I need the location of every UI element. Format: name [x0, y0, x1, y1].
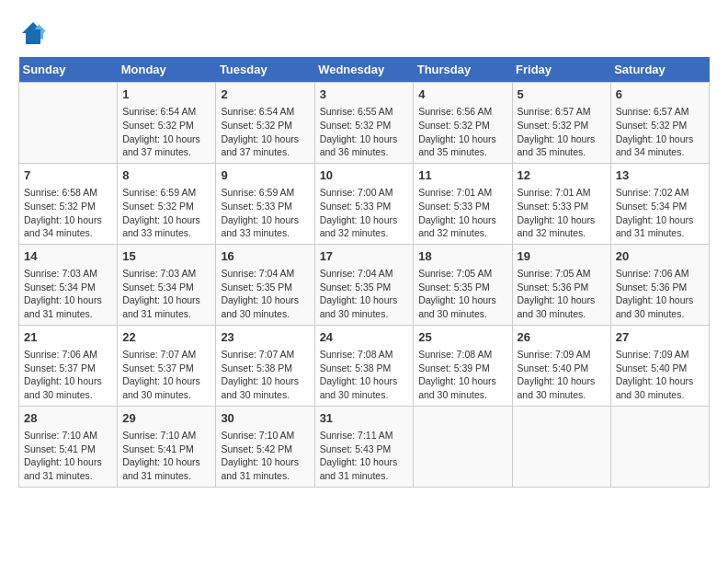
day-info: Sunrise: 7:10 AMSunset: 5:41 PMDaylight:…	[122, 429, 210, 483]
calendar-cell: 18Sunrise: 7:05 AMSunset: 5:35 PMDayligh…	[414, 244, 512, 325]
calendar-cell: 17Sunrise: 7:04 AMSunset: 5:35 PMDayligh…	[314, 244, 414, 325]
calendar-cell: 9Sunrise: 6:59 AMSunset: 5:33 PMDaylight…	[216, 163, 314, 244]
calendar-cell: 1Sunrise: 6:54 AMSunset: 5:32 PMDaylight…	[118, 83, 216, 164]
calendar-cell: 25Sunrise: 7:08 AMSunset: 5:39 PMDayligh…	[414, 325, 512, 406]
day-info: Sunrise: 7:07 AMSunset: 5:37 PMDaylight:…	[122, 348, 210, 402]
day-number: 23	[221, 329, 309, 346]
day-info: Sunrise: 7:04 AMSunset: 5:35 PMDaylight:…	[221, 267, 309, 321]
day-number: 15	[122, 248, 210, 265]
day-info: Sunrise: 7:06 AMSunset: 5:37 PMDaylight:…	[24, 348, 112, 402]
day-info: Sunrise: 6:59 AMSunset: 5:33 PMDaylight:…	[221, 186, 309, 240]
calendar-cell: 27Sunrise: 7:09 AMSunset: 5:40 PMDayligh…	[610, 325, 709, 406]
calendar-cell: 8Sunrise: 6:59 AMSunset: 5:32 PMDaylight…	[118, 163, 216, 244]
header-day-tuesday: Tuesday	[216, 57, 314, 83]
day-number: 17	[320, 248, 409, 265]
day-number: 3	[320, 86, 409, 103]
week-row-3: 14Sunrise: 7:03 AMSunset: 5:34 PMDayligh…	[19, 244, 710, 325]
day-number: 9	[221, 167, 309, 184]
calendar-cell: 11Sunrise: 7:01 AMSunset: 5:33 PMDayligh…	[414, 163, 512, 244]
calendar-cell: 10Sunrise: 7:00 AMSunset: 5:33 PMDayligh…	[314, 163, 414, 244]
calendar-cell: 31Sunrise: 7:11 AMSunset: 5:43 PMDayligh…	[314, 406, 414, 487]
day-info: Sunrise: 6:59 AMSunset: 5:32 PMDaylight:…	[122, 186, 210, 240]
header-day-wednesday: Wednesday	[314, 57, 414, 83]
day-info: Sunrise: 7:04 AMSunset: 5:35 PMDaylight:…	[320, 267, 409, 321]
calendar-cell: 14Sunrise: 7:03 AMSunset: 5:34 PMDayligh…	[19, 244, 118, 325]
day-number: 14	[24, 248, 112, 265]
day-info: Sunrise: 7:10 AMSunset: 5:41 PMDaylight:…	[24, 429, 112, 483]
calendar-cell: 12Sunrise: 7:01 AMSunset: 5:33 PMDayligh…	[512, 163, 610, 244]
day-number: 22	[122, 329, 210, 346]
calendar-cell	[610, 406, 709, 487]
day-number: 7	[24, 167, 112, 184]
day-number: 12	[518, 167, 606, 184]
header-day-sunday: Sunday	[19, 57, 118, 83]
day-info: Sunrise: 6:57 AMSunset: 5:32 PMDaylight:…	[616, 105, 704, 159]
day-number: 6	[616, 86, 704, 103]
calendar-cell: 24Sunrise: 7:08 AMSunset: 5:38 PMDayligh…	[314, 325, 414, 406]
day-info: Sunrise: 7:07 AMSunset: 5:38 PMDaylight:…	[221, 348, 309, 402]
day-number: 31	[320, 410, 409, 427]
day-info: Sunrise: 7:01 AMSunset: 5:33 PMDaylight:…	[518, 186, 606, 240]
header-day-friday: Friday	[512, 57, 610, 83]
calendar-cell: 28Sunrise: 7:10 AMSunset: 5:41 PMDayligh…	[19, 406, 118, 487]
day-info: Sunrise: 7:09 AMSunset: 5:40 PMDaylight:…	[518, 348, 606, 402]
day-number: 1	[122, 86, 210, 103]
day-info: Sunrise: 7:02 AMSunset: 5:34 PMDaylight:…	[616, 186, 704, 240]
day-info: Sunrise: 6:55 AMSunset: 5:32 PMDaylight:…	[320, 105, 409, 159]
calendar-cell: 20Sunrise: 7:06 AMSunset: 5:36 PMDayligh…	[610, 244, 709, 325]
day-info: Sunrise: 6:58 AMSunset: 5:32 PMDaylight:…	[24, 186, 112, 240]
calendar-cell: 5Sunrise: 6:57 AMSunset: 5:32 PMDaylight…	[512, 83, 610, 164]
calendar-table: SundayMondayTuesdayWednesdayThursdayFrid…	[18, 57, 710, 488]
day-info: Sunrise: 6:56 AMSunset: 5:32 PMDaylight:…	[418, 105, 506, 159]
day-info: Sunrise: 7:00 AMSunset: 5:33 PMDaylight:…	[320, 186, 409, 240]
week-row-2: 7Sunrise: 6:58 AMSunset: 5:32 PMDaylight…	[19, 163, 710, 244]
calendar-cell: 15Sunrise: 7:03 AMSunset: 5:34 PMDayligh…	[118, 244, 216, 325]
day-number: 5	[518, 86, 606, 103]
calendar-cell	[19, 83, 118, 164]
day-number: 28	[24, 410, 112, 427]
day-number: 11	[418, 167, 506, 184]
day-info: Sunrise: 7:03 AMSunset: 5:34 PMDaylight:…	[122, 267, 210, 321]
calendar-cell	[414, 406, 512, 487]
header-day-thursday: Thursday	[414, 57, 512, 83]
day-number: 8	[122, 167, 210, 184]
calendar-cell: 13Sunrise: 7:02 AMSunset: 5:34 PMDayligh…	[610, 163, 709, 244]
calendar-cell: 21Sunrise: 7:06 AMSunset: 5:37 PMDayligh…	[19, 325, 118, 406]
header-day-monday: Monday	[118, 57, 216, 83]
week-row-1: 1Sunrise: 6:54 AMSunset: 5:32 PMDaylight…	[19, 83, 710, 164]
logo-icon	[18, 18, 48, 48]
day-number: 29	[122, 410, 210, 427]
calendar-cell: 7Sunrise: 6:58 AMSunset: 5:32 PMDaylight…	[19, 163, 118, 244]
day-number: 21	[24, 329, 112, 346]
calendar-cell: 16Sunrise: 7:04 AMSunset: 5:35 PMDayligh…	[216, 244, 314, 325]
calendar-cell: 22Sunrise: 7:07 AMSunset: 5:37 PMDayligh…	[118, 325, 216, 406]
logo	[18, 18, 51, 48]
day-info: Sunrise: 6:54 AMSunset: 5:32 PMDaylight:…	[122, 105, 210, 159]
day-info: Sunrise: 7:09 AMSunset: 5:40 PMDaylight:…	[616, 348, 704, 402]
calendar-cell: 30Sunrise: 7:10 AMSunset: 5:42 PMDayligh…	[216, 406, 314, 487]
day-number: 16	[221, 248, 309, 265]
day-info: Sunrise: 7:03 AMSunset: 5:34 PMDaylight:…	[24, 267, 112, 321]
day-info: Sunrise: 7:08 AMSunset: 5:39 PMDaylight:…	[418, 348, 506, 402]
day-number: 30	[221, 410, 309, 427]
day-number: 27	[616, 329, 704, 346]
calendar-cell: 6Sunrise: 6:57 AMSunset: 5:32 PMDaylight…	[610, 83, 709, 164]
calendar-cell: 3Sunrise: 6:55 AMSunset: 5:32 PMDaylight…	[314, 83, 414, 164]
day-number: 24	[320, 329, 409, 346]
day-info: Sunrise: 7:10 AMSunset: 5:42 PMDaylight:…	[221, 429, 309, 483]
day-info: Sunrise: 7:05 AMSunset: 5:35 PMDaylight:…	[418, 267, 506, 321]
header-row: SundayMondayTuesdayWednesdayThursdayFrid…	[19, 57, 710, 83]
day-number: 2	[221, 86, 309, 103]
day-info: Sunrise: 6:54 AMSunset: 5:32 PMDaylight:…	[221, 105, 309, 159]
day-number: 13	[616, 167, 704, 184]
calendar-cell	[512, 406, 610, 487]
day-number: 25	[418, 329, 506, 346]
header-day-saturday: Saturday	[610, 57, 709, 83]
day-info: Sunrise: 7:11 AMSunset: 5:43 PMDaylight:…	[320, 429, 409, 483]
calendar-cell: 23Sunrise: 7:07 AMSunset: 5:38 PMDayligh…	[216, 325, 314, 406]
page-header	[18, 18, 710, 48]
day-number: 26	[518, 329, 606, 346]
calendar-cell: 26Sunrise: 7:09 AMSunset: 5:40 PMDayligh…	[512, 325, 610, 406]
week-row-5: 28Sunrise: 7:10 AMSunset: 5:41 PMDayligh…	[19, 406, 710, 487]
day-number: 20	[616, 248, 704, 265]
